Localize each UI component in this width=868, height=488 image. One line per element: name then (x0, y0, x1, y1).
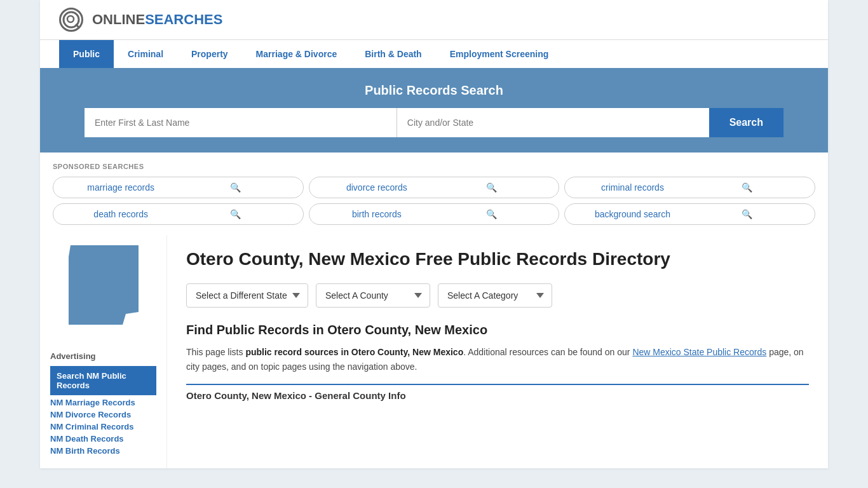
logo-text: ONLINESEARCHES (92, 11, 222, 28)
state-dropdown[interactable]: Select a Different State (186, 283, 308, 308)
nav-marriage-divorce[interactable]: Marriage & Divorce (242, 40, 351, 68)
ad-link-death[interactable]: NM Death Records (50, 434, 156, 444)
sponsored-grid-row2: death records 🔍 birth records 🔍 backgrou… (53, 203, 815, 225)
nm-state-shape (65, 245, 142, 328)
advertising-label: Advertising (50, 351, 156, 361)
nav-public[interactable]: Public (59, 40, 114, 68)
sponsored-tag-divorce[interactable]: divorce records 🔍 (309, 177, 560, 198)
dropdowns-row: Select a Different State Select A County… (186, 283, 809, 308)
search-icon-5: 🔍 (690, 209, 804, 219)
main-content: Otero County, New Mexico Free Public Rec… (167, 235, 828, 468)
bottom-section: Otero County, New Mexico - General Count… (186, 384, 809, 401)
location-input[interactable] (397, 108, 709, 137)
sponsored-label: SPONSORED SEARCHES (53, 163, 815, 170)
search-icon-2: 🔍 (690, 182, 804, 193)
sponsored-tag-death[interactable]: death records 🔍 (53, 203, 304, 225)
ad-link-marriage[interactable]: NM Marriage Records (50, 398, 156, 407)
logo-icon (59, 8, 83, 32)
nav-criminal[interactable]: Criminal (114, 40, 177, 68)
find-description: This page lists public record sources in… (186, 345, 809, 374)
search-form: Search (85, 108, 783, 137)
nav-employment[interactable]: Employment Screening (436, 40, 563, 68)
svg-marker-3 (69, 245, 139, 325)
search-icon-0: 🔍 (178, 182, 292, 193)
svg-point-2 (67, 16, 74, 22)
logo: ONLINESEARCHES (59, 8, 222, 32)
ad-link-divorce[interactable]: NM Divorce Records (50, 410, 156, 419)
search-icon-3: 🔍 (178, 209, 292, 219)
search-icon-4: 🔍 (434, 209, 548, 219)
nm-state-link[interactable]: New Mexico State Public Records (632, 347, 766, 357)
ad-link-birth[interactable]: NM Birth Records (50, 446, 156, 456)
sponsored-tag-marriage[interactable]: marriage records 🔍 (53, 177, 304, 198)
main-nav: Public Criminal Property Marriage & Divo… (40, 39, 828, 68)
site-header: ONLINESEARCHES (40, 0, 828, 39)
category-dropdown[interactable]: Select A Category (438, 283, 552, 308)
name-input[interactable] (85, 108, 397, 137)
page-title: Otero County, New Mexico Free Public Rec… (186, 248, 809, 271)
search-icon-1: 🔍 (434, 182, 548, 193)
ad-link-criminal[interactable]: NM Criminal Records (50, 422, 156, 431)
ad-highlight[interactable]: Search NM Public Records (50, 366, 156, 395)
sponsored-grid-row1: marriage records 🔍 divorce records 🔍 cri… (53, 177, 815, 198)
sidebar: Advertising Search NM Public Records NM … (40, 235, 167, 468)
county-dropdown[interactable]: Select A County (316, 283, 430, 308)
page-body: Advertising Search NM Public Records NM … (40, 235, 828, 468)
search-button[interactable]: Search (709, 108, 783, 137)
banner-title: Public Records Search (59, 83, 809, 98)
find-heading: Find Public Records in Otero County, New… (186, 323, 809, 337)
sponsored-tag-background[interactable]: background search 🔍 (564, 203, 815, 225)
county-info-heading: Otero County, New Mexico - General Count… (186, 390, 406, 401)
sponsored-section: SPONSORED SEARCHES marriage records 🔍 di… (40, 152, 828, 235)
svg-line-1 (76, 25, 79, 27)
state-map-area (50, 245, 156, 336)
search-banner: Public Records Search Search (40, 68, 828, 152)
nav-property[interactable]: Property (177, 40, 242, 68)
nav-birth-death[interactable]: Birth & Death (351, 40, 435, 68)
sponsored-tag-criminal[interactable]: criminal records 🔍 (564, 177, 815, 198)
sponsored-tag-birth[interactable]: birth records 🔍 (309, 203, 560, 225)
advertising-section: Advertising Search NM Public Records NM … (50, 351, 156, 456)
